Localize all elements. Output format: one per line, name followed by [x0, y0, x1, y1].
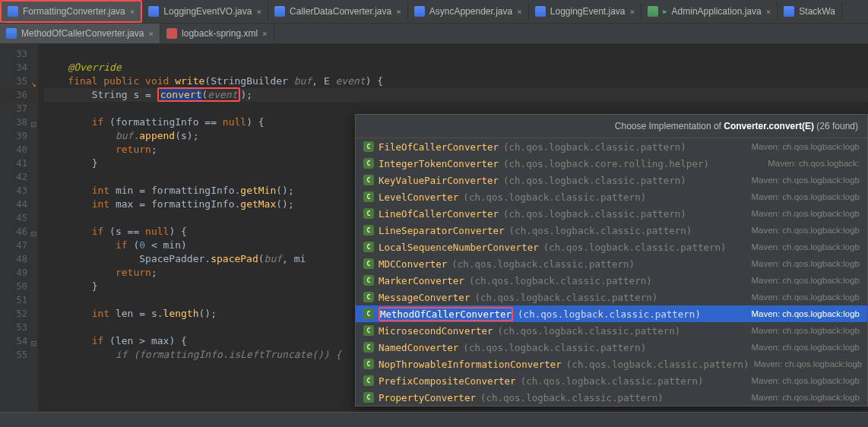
t: String s = [92, 89, 157, 100]
impl-package: (ch.qos.logback.classic.pattern) [463, 191, 646, 203]
implementations-popup[interactable]: Choose Implementation of Converter.conve… [355, 114, 868, 406]
implementation-row[interactable]: CMessageConverter (ch.qos.logback.classi… [356, 289, 867, 305]
line-number[interactable]: 44 [0, 198, 38, 211]
implementation-row[interactable]: CLocalSequenceNumberConverter (ch.qos.lo… [356, 239, 867, 255]
t: (s == [109, 226, 145, 237]
file-tab[interactable]: CallerDataConverter.java× [268, 2, 408, 21]
implementation-row[interactable]: CMicrosecondConverter (ch.qos.logback.cl… [356, 322, 867, 339]
file-tab[interactable]: MethodOfCallerConverter.java× [0, 24, 160, 43]
close-icon[interactable]: × [630, 7, 635, 17]
implementation-row[interactable]: CLevelConverter (ch.qos.logback.classic.… [356, 188, 867, 205]
kw: return [116, 144, 151, 155]
line-number[interactable]: 54⊟ [0, 334, 38, 348]
kw: final public void [68, 75, 175, 87]
line-number[interactable]: 55 [0, 348, 38, 362]
impl-class-name: LocalSequenceNumberConverter [379, 242, 539, 253]
line-number[interactable]: 52 [0, 307, 38, 321]
implementation-row[interactable]: CLineOfCallerConverter (ch.qos.logback.c… [356, 205, 867, 222]
impl-package: (ch.qos.logback.classic.pattern) [503, 141, 686, 153]
line-number[interactable]: 40 [0, 143, 38, 157]
tab-label: FormattingConverter.java [23, 6, 125, 17]
t: < min) [145, 239, 187, 251]
java-file-icon [414, 6, 425, 17]
close-icon[interactable]: × [262, 29, 268, 39]
line-number[interactable]: 39 [0, 129, 38, 143]
line-number[interactable]: 48 [0, 252, 38, 266]
class-icon: C [363, 258, 374, 269]
impl-source: Maven: ch.qos.logback:logb [751, 176, 860, 185]
file-tab[interactable]: ▶AdminApplication.java× [641, 2, 778, 21]
impl-class-name: NamedConverter [379, 342, 458, 353]
tab-label: AdminApplication.java [672, 6, 762, 17]
close-icon[interactable]: × [148, 29, 154, 39]
line-number[interactable]: 33 [0, 47, 38, 61]
file-tab[interactable]: AsyncAppender.java× [408, 2, 529, 21]
t: (s); [175, 130, 198, 141]
fold-gutter-icon[interactable]: ⊟ [29, 118, 36, 125]
fold-gutter-icon[interactable]: ⊟ [29, 227, 36, 235]
file-tab[interactable]: logback-spring.xml× [160, 24, 274, 43]
kw: null [145, 226, 169, 237]
java-file-icon [784, 6, 794, 17]
line-number[interactable]: 47 [0, 239, 38, 252]
line-number[interactable]: 41 [0, 157, 38, 170]
impl-class-name: PrefixCompositeConverter [379, 375, 516, 387]
line-number[interactable]: 38⊟ [0, 115, 38, 129]
line-number[interactable]: 35↘ [0, 74, 38, 88]
implementation-row[interactable]: CPropertyConverter (ch.qos.logback.class… [356, 389, 867, 406]
implementation-row[interactable]: CLineSeparatorConverter (ch.qos.logback.… [356, 222, 867, 239]
tab-label: logback-spring.xml [182, 28, 258, 39]
line-number[interactable]: 42 [0, 170, 38, 184]
close-icon[interactable]: × [396, 7, 401, 17]
impl-class-name: LevelConverter [379, 191, 458, 203]
method[interactable]: convert [160, 89, 202, 100]
class-icon: C [363, 359, 374, 369]
impl-source: Maven: ch.qos.logback:logb [751, 293, 860, 302]
close-icon[interactable]: × [256, 7, 261, 17]
implementation-row[interactable]: CIntegerTokenConverter (ch.qos.logback.c… [356, 155, 867, 172]
line-number[interactable]: 50 [0, 280, 38, 293]
tab-label: AsyncAppender.java [429, 6, 512, 17]
class-icon: C [363, 225, 374, 236]
line-number[interactable]: 46⊟ [0, 225, 38, 239]
impl-class-name: PropertyConverter [379, 392, 476, 403]
line-number[interactable]: 37 [0, 102, 38, 115]
line-number[interactable]: 43 [0, 184, 38, 198]
close-icon[interactable]: × [517, 7, 522, 17]
line-number[interactable]: 45 [0, 211, 38, 225]
file-tab[interactable]: StackWa [778, 2, 842, 21]
line-number[interactable]: 34 [0, 61, 38, 74]
kw: return [116, 267, 151, 278]
line-number[interactable]: 49 [0, 266, 38, 280]
close-icon[interactable]: × [766, 7, 771, 17]
line-number[interactable]: 53 [0, 321, 38, 334]
file-tab[interactable]: LoggingEvent.java× [529, 2, 641, 21]
impl-source: Maven: ch.qos.logback:logb [751, 326, 860, 335]
implementation-row[interactable]: CPrefixCompositeConverter (ch.qos.logbac… [356, 372, 867, 389]
file-tab[interactable]: FormattingConverter.java× [0, 0, 142, 23]
line-number[interactable]: 51 [0, 293, 38, 307]
popup-body[interactable]: CFileOfCallerConverter (ch.qos.logback.c… [356, 138, 867, 406]
impl-source: Maven: ch.qos.logback:logb [751, 142, 860, 151]
implementation-row[interactable]: CMarkerConverter (ch.qos.logback.classic… [356, 272, 867, 289]
class-icon: C [363, 158, 374, 169]
class-icon: C [363, 208, 374, 219]
implementation-row[interactable]: CMethodOfCallerConverter (ch.qos.logback… [356, 305, 867, 322]
class-icon: C [363, 342, 374, 353]
code-area[interactable]: @Override final public void write(String… [38, 44, 868, 427]
implementation-row[interactable]: CMDCConverter (ch.qos.logback.classic.pa… [356, 255, 867, 272]
p: buf [265, 253, 282, 264]
implementation-row[interactable]: CKeyValuePairConverter (ch.qos.logback.c… [356, 172, 867, 188]
implementation-row[interactable]: CNopThrowableInformationConverter (ch.qo… [356, 356, 867, 372]
p: event [336, 75, 366, 87]
file-tab[interactable]: LoggingEventVO.java× [142, 2, 268, 21]
implementation-row[interactable]: CFileOfCallerConverter (ch.qos.logback.c… [356, 138, 867, 155]
override-gutter-icon[interactable]: ↘ [29, 77, 36, 84]
line-number[interactable]: 36 [0, 88, 38, 102]
implementation-row[interactable]: CNamedConverter (ch.qos.logback.classic.… [356, 339, 867, 356]
editor: 333435↘363738⊟3940414243444546⊟474849505… [0, 44, 868, 427]
fold-gutter-icon[interactable]: ⊟ [29, 337, 36, 344]
t: max = formattingInfo. [116, 198, 240, 210]
impl-source: Maven: ch.qos.logback:logb [751, 276, 860, 285]
close-icon[interactable]: × [130, 7, 135, 17]
